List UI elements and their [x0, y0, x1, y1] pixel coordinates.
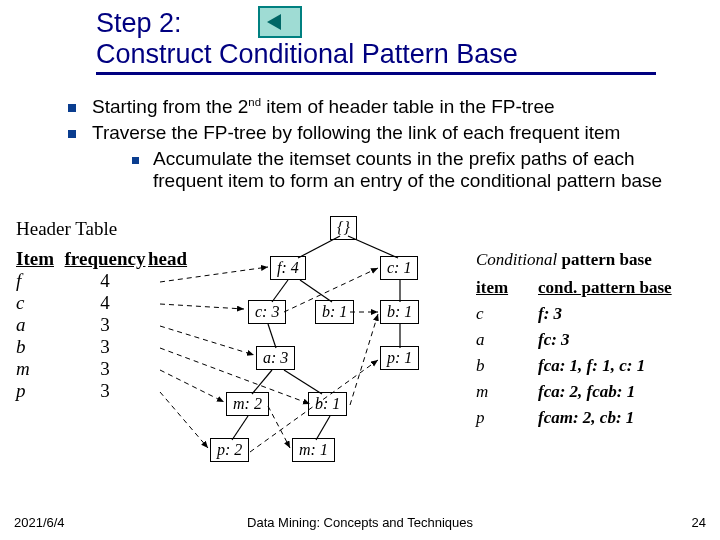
cpb-row: bfca: 1, f: 1, c: 1: [476, 356, 708, 376]
fp-tree: {} f: 4 c: 1 c: 3 b: 1 b: 1 a: 3 p: 1 m:…: [210, 216, 470, 516]
bullet-square-icon: [68, 130, 76, 138]
node-b1a: b: 1: [315, 300, 354, 324]
col-head: head: [148, 248, 187, 270]
node-root: {}: [330, 216, 357, 240]
bullet-2-sub: Accumulate the itemset counts in the pre…: [132, 148, 678, 192]
cpb-header: itemcond. pattern base: [476, 278, 708, 298]
header-table-label: Header Table: [16, 218, 117, 240]
footer-center: Data Mining: Concepts and Techniques: [0, 515, 720, 530]
table-row: f4: [16, 270, 187, 292]
bullet-1-text-b: item of header table in the FP-tree: [261, 96, 555, 117]
bullet-list: Starting from the 2nd item of header tab…: [68, 96, 678, 196]
node-b1b: b: 1: [380, 300, 419, 324]
bullet-2: Traverse the FP-tree by following the li…: [68, 122, 678, 192]
bullet-1-sup: nd: [248, 96, 261, 108]
bullet-2-sub-text: Accumulate the itemset counts in the pre…: [153, 148, 678, 192]
table-row: a3: [16, 314, 187, 336]
node-c1: c: 1: [380, 256, 418, 280]
slide-title: Step 2: Construct Conditional Pattern Ba…: [96, 8, 656, 75]
node-a3: a: 3: [256, 346, 295, 370]
table-row: m3: [16, 358, 187, 380]
table-row: p3: [16, 380, 187, 402]
table-row: b3: [16, 336, 187, 358]
back-icon[interactable]: [258, 6, 302, 38]
conditional-pattern-base: Conditional pattern base itemcond. patte…: [476, 250, 708, 434]
svg-marker-0: [267, 14, 281, 30]
footer-page-number: 24: [692, 515, 706, 530]
bullet-1: Starting from the 2nd item of header tab…: [68, 96, 678, 118]
node-b1c: b: 1: [308, 392, 347, 416]
bullet-square-icon: [68, 104, 76, 112]
title-line-2: Construct Conditional Pattern Base: [96, 39, 656, 70]
bullet-1-text-a: Starting from the 2: [92, 96, 248, 117]
node-f4: f: 4: [270, 256, 306, 280]
node-p1: p: 1: [380, 346, 419, 370]
title-underline: [96, 72, 656, 75]
col-item: Item: [16, 248, 62, 270]
node-m2: m: 2: [226, 392, 269, 416]
col-freq: frequency: [62, 248, 148, 270]
cpb-row: afc: 3: [476, 330, 708, 350]
bullet-2-text: Traverse the FP-tree by following the li…: [92, 122, 678, 144]
cpb-title: Conditional pattern base: [476, 250, 708, 270]
node-m1: m: 1: [292, 438, 335, 462]
node-p2: p: 2: [210, 438, 249, 462]
header-table-header: Item frequency head: [16, 248, 187, 270]
cpb-row: mfca: 2, fcab: 1: [476, 382, 708, 402]
title-line-1: Step 2:: [96, 8, 656, 39]
node-c3: c: 3: [248, 300, 286, 324]
header-table: Item frequency head f4 c4 a3 b3 m3 p3: [16, 248, 187, 402]
bullet-square-icon: [132, 157, 139, 164]
table-row: c4: [16, 292, 187, 314]
cpb-row: pfcam: 2, cb: 1: [476, 408, 708, 428]
cpb-row: cf: 3: [476, 304, 708, 324]
